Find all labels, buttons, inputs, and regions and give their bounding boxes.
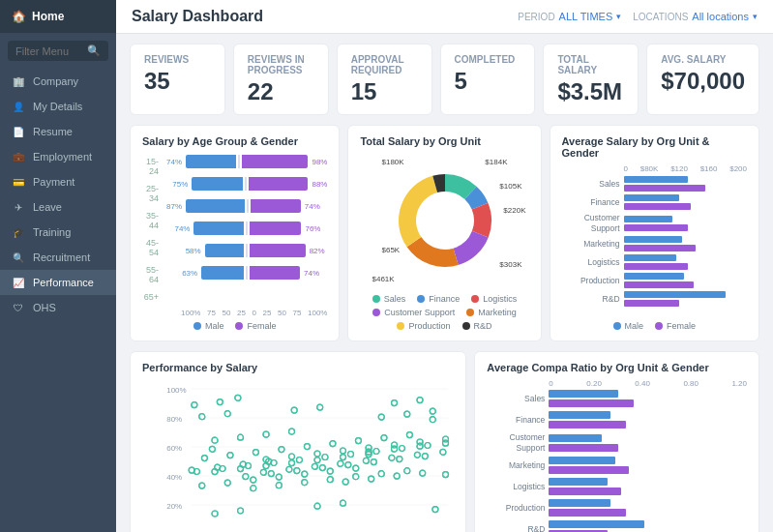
scatter-dot [430, 417, 435, 423]
scatter-dot [338, 461, 343, 467]
stat-label: Avg. Salary [661, 54, 745, 65]
stat-label: Approval Required [351, 54, 418, 75]
center-divider [246, 244, 248, 257]
hbar-row-3: Marketing [562, 236, 747, 251]
sidebar-item-resume[interactable]: 📄Resume [0, 119, 116, 144]
scatter-dot [417, 439, 423, 445]
topbar-controls: Period ALL TIMES ▾ Locations All locatio… [518, 11, 758, 22]
topbar: Salary Dashboard Period ALL TIMES ▾ Loca… [116, 0, 773, 34]
scatter-dot [327, 477, 333, 483]
avg-salary-bars: Sales Finance Customer Support Marketing… [562, 176, 747, 315]
stat-card-total-salary: Total Salary$3.5M [543, 44, 639, 115]
age-gender-title: Salary by Age Group & Gender [142, 135, 327, 147]
home-label[interactable]: Home [32, 10, 64, 23]
scatter-dot [378, 414, 384, 420]
center-divider [238, 155, 240, 168]
bar-row-35-44: 87% 74% [166, 197, 327, 215]
sidebar-label: Leave [33, 201, 62, 213]
stat-value: 35 [144, 69, 211, 94]
donut-container: $180K $184K $105K $220K $303K $461K $65K… [360, 153, 528, 331]
compa-org-label: R&D [487, 524, 545, 532]
scatter-dot [251, 486, 256, 491]
scatter-dot [289, 429, 295, 435]
sidebar-icon: 🏢 [12, 76, 25, 87]
sidebar-item-ohs[interactable]: 🛡OHS [0, 295, 116, 320]
hbar-row-6: R&D [562, 291, 747, 307]
sidebar-icon: 🔍 [12, 252, 25, 263]
location-selector[interactable]: Locations All locations ▾ [633, 11, 758, 22]
scatter-dot [373, 449, 379, 455]
scatter-dot [432, 507, 438, 513]
sidebar-label: Payment [33, 176, 74, 188]
stats-row: Reviews35Reviews In Progress22Approval R… [130, 44, 759, 115]
scatter-dot [369, 476, 374, 482]
sidebar-item-employment[interactable]: 💼Employment [0, 144, 116, 169]
stat-value: 22 [248, 79, 314, 104]
compa-bars-inner [549, 390, 747, 407]
scatter-dot [238, 508, 244, 514]
compa-bars-inner [549, 478, 747, 495]
scatter-dot [294, 468, 300, 474]
bar-left: 74% [166, 155, 236, 168]
compa-row-2: Customer Support [487, 432, 747, 452]
scatter-dot [314, 458, 320, 463]
center-divider [247, 199, 249, 213]
sidebar-label: Performance [33, 277, 94, 288]
perf-title: Performance by Salary [142, 362, 454, 373]
donut-legend-label: Production [408, 321, 450, 331]
scatter-dot [276, 474, 282, 480]
sidebar-item-company[interactable]: 🏢Company [0, 69, 116, 94]
chart-row-1: Salary by Age Group & Gender 15-2425-343… [130, 125, 759, 341]
donut-segment-customer-support [453, 231, 488, 265]
donut-legend-label: Logistics [483, 294, 517, 304]
bar-row-65+: 63% 74% [166, 264, 327, 281]
hbar-label: Production [562, 276, 620, 285]
scatter-dot [212, 511, 218, 517]
search-box[interactable]: 🔍 [8, 41, 108, 61]
scatter-dot [443, 472, 449, 478]
compa-male-bar [549, 457, 614, 464]
legend-male: Male [193, 321, 224, 331]
sidebar-item-payment[interactable]: 💳Payment [0, 169, 116, 194]
location-label: Locations [633, 12, 688, 22]
bar-right: 74% [250, 266, 327, 280]
hbar-female [624, 300, 680, 307]
bar-row-15-24: 74% 98% [166, 153, 327, 170]
sidebar-item-my-details[interactable]: 👤My Details [0, 94, 116, 119]
bar-male [192, 177, 243, 191]
scatter-dot [342, 479, 348, 485]
compa-male-bar [549, 499, 610, 507]
scatter-dot [389, 456, 395, 461]
scatter-dot [201, 456, 207, 461]
scatter-dot [286, 467, 292, 473]
hbar-bars [624, 254, 747, 270]
scatter-dot [268, 471, 274, 477]
hbar-female [624, 224, 688, 231]
search-input[interactable] [15, 45, 83, 57]
period-selector[interactable]: Period ALL TIMES ▾ [518, 11, 621, 22]
compa-org-label: Production [487, 503, 545, 513]
donut-legend-label: R&D [474, 321, 492, 331]
scatter-dot [260, 470, 266, 476]
sidebar-item-performance[interactable]: 📈Performance [0, 270, 116, 295]
stat-value: 15 [351, 79, 418, 104]
stat-label: Reviews In Progress [248, 54, 314, 75]
chart-row-2: Performance by Salary 100% 80% 60% 40% 2… [130, 351, 759, 532]
compa-male-bar [549, 478, 608, 486]
location-value: All locations [692, 11, 749, 22]
main-content: Salary Dashboard Period ALL TIMES ▾ Loca… [116, 0, 773, 532]
avg-salary-title: Average Salary by Org Unit & Gender [562, 135, 747, 159]
sidebar-item-recruitment[interactable]: 🔍Recruitment [0, 245, 116, 270]
bar-row-25-34: 75% 88% [166, 175, 327, 192]
sidebar-icon: 📈 [12, 278, 25, 288]
sidebar-item-leave[interactable]: ✈Leave [0, 194, 116, 220]
bar-female [242, 155, 309, 168]
compa-bars-inner [549, 457, 747, 474]
donut-legend-marketing: Marketing [466, 308, 517, 317]
sidebar-item-training[interactable]: 🎓Training [0, 220, 116, 245]
donut-legend-logistics: Logistics [471, 294, 517, 304]
scatter-dot [279, 447, 284, 453]
donut-legend-dot [372, 295, 380, 303]
scatter-dot [224, 411, 230, 417]
hbar-label: R&D [562, 294, 620, 304]
